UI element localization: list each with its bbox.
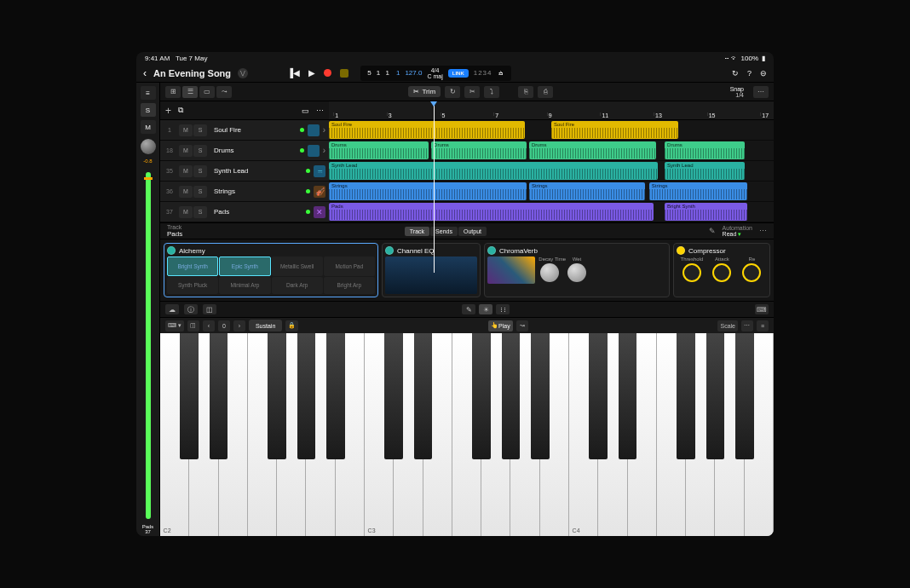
track-lane[interactable]: StringsStringsStrings	[329, 182, 774, 201]
white-key[interactable]	[715, 333, 744, 536]
automation-icon[interactable]: ⤳	[216, 86, 232, 98]
white-key[interactable]	[481, 333, 510, 536]
scale-button[interactable]: Scale	[717, 320, 738, 331]
white-key[interactable]	[394, 333, 423, 536]
power-icon[interactable]	[677, 246, 685, 255]
octave-up[interactable]: ›	[233, 320, 245, 331]
tag-icon[interactable]: ⋁	[238, 68, 248, 78]
add-track-button[interactable]: +	[165, 105, 171, 117]
track-lane[interactable]: PadsBright Synth	[329, 202, 774, 222]
sustain-button[interactable]: Sustain	[249, 320, 282, 331]
tab-sends[interactable]: Sends	[430, 227, 458, 236]
metronome-icon[interactable]: 🜁	[498, 69, 504, 77]
mute-button[interactable]: M	[179, 124, 193, 136]
view-mixer-icon[interactable]: ☰	[182, 86, 198, 98]
solo-button[interactable]: S	[193, 124, 207, 136]
white-key[interactable]	[686, 333, 715, 536]
filter-icon[interactable]: ▭	[302, 107, 309, 115]
edit-icon[interactable]: ✎	[462, 304, 475, 314]
track-row[interactable]: 1 MS Soul Fire ›Soul FireSoul Fire	[160, 120, 774, 141]
tab-track[interactable]: Track	[405, 227, 429, 236]
view-single-icon[interactable]: ▭	[199, 86, 215, 98]
plugin-compressor[interactable]: Compressor ThresholdAttackRe	[673, 243, 770, 297]
track-type-icon[interactable]	[308, 124, 320, 136]
white-key[interactable]	[423, 333, 452, 536]
white-key[interactable]	[306, 333, 335, 536]
settings-icon[interactable]: ≡	[141, 86, 156, 100]
white-key[interactable]	[628, 333, 657, 536]
comp-knob[interactable]	[742, 263, 761, 282]
rewind-button[interactable]: ▐◀	[287, 68, 300, 78]
power-icon[interactable]	[385, 246, 394, 255]
track-type-icon[interactable]	[308, 145, 320, 157]
power-icon[interactable]	[487, 246, 496, 255]
glissando-icon[interactable]: ↝	[516, 320, 528, 331]
preset-button[interactable]: Synth Pluck	[167, 277, 218, 295]
play-button[interactable]: ▶	[308, 68, 315, 78]
track-row[interactable]: 37 MS Pads ✕ PadsBright Synth	[160, 202, 774, 222]
edit-icon[interactable]: ✎	[709, 227, 716, 235]
white-key[interactable]	[569, 333, 598, 536]
settings-icon[interactable]: ⊖	[760, 69, 767, 78]
wet-knob[interactable]	[567, 263, 586, 282]
track-name[interactable]: Drums	[214, 147, 297, 154]
white-key[interactable]	[219, 333, 248, 536]
white-key[interactable]	[336, 333, 365, 536]
track-lane[interactable]: DrumsDrumsDrumsDrums	[329, 141, 774, 160]
bar-display[interactable]: 1	[396, 69, 400, 77]
white-key[interactable]	[452, 333, 481, 536]
solo-button[interactable]: S	[193, 206, 207, 218]
more-icon[interactable]: ⋯	[753, 86, 769, 98]
region[interactable]: Strings	[649, 182, 747, 200]
track-name[interactable]: Pads	[214, 208, 302, 216]
more-icon[interactable]: ⋯	[741, 320, 753, 331]
decay-knob[interactable]	[540, 263, 559, 282]
white-key[interactable]	[365, 333, 394, 536]
lcd-display[interactable]: 5 1 1 1 127.0 4/4C maj LINK 1234 🜁	[360, 66, 510, 81]
white-key[interactable]	[657, 333, 686, 536]
track-name[interactable]: Strings	[214, 187, 302, 195]
comp-knob[interactable]	[712, 263, 731, 282]
lock-icon[interactable]: 🔒	[285, 320, 298, 331]
preset-button[interactable]: Bright Arp	[324, 277, 375, 295]
track-lane[interactable]: Soul FireSoul Fire	[329, 120, 774, 140]
region[interactable]: Strings	[529, 182, 645, 200]
undo-icon[interactable]: ↻	[732, 69, 739, 78]
copy-icon[interactable]: ⎘	[518, 86, 533, 98]
mute-button[interactable]: M	[179, 186, 193, 198]
plugin-reverb[interactable]: ChromaVerb Decay Time Wet	[484, 243, 670, 297]
volume-fader[interactable]	[146, 172, 151, 519]
region[interactable]: Strings	[329, 182, 527, 200]
mute-button[interactable]: M	[141, 120, 156, 134]
region[interactable]: Synth Lead	[665, 162, 745, 180]
preset-button[interactable]: Epic Synth	[219, 257, 270, 276]
white-key[interactable]	[745, 333, 774, 536]
white-key[interactable]	[160, 333, 189, 536]
project-title[interactable]: An Evening Song	[153, 68, 231, 78]
solo-button[interactable]: S	[141, 103, 156, 117]
white-key[interactable]	[598, 333, 627, 536]
preset-button[interactable]: Bright Synth	[167, 257, 218, 276]
more-icon[interactable]: ⋯	[316, 107, 324, 115]
power-icon[interactable]	[167, 246, 176, 255]
cycle-button[interactable]	[340, 69, 348, 78]
mute-button[interactable]: M	[179, 165, 193, 177]
snap-display[interactable]: Snap 1/4	[730, 86, 744, 98]
track-row[interactable]: 35 MS Synth Lead ⎓ Synth LeadSynth Lead	[160, 161, 774, 182]
region[interactable]: Pads	[329, 203, 654, 221]
automation-mode[interactable]: Read ▾	[723, 231, 752, 238]
tab-output[interactable]: Output	[458, 227, 487, 236]
preset-button[interactable]: Dark Arp	[272, 277, 323, 295]
playhead[interactable]	[434, 101, 435, 273]
region[interactable]: Bright Synth	[665, 203, 747, 221]
play-mode[interactable]: 👆 Play	[488, 320, 513, 331]
preset-button[interactable]: Metallic Swell	[272, 257, 323, 276]
track-name[interactable]: Soul Fire	[214, 126, 297, 134]
help-icon[interactable]: ?	[747, 69, 752, 78]
mute-button[interactable]: M	[179, 206, 193, 218]
record-button[interactable]	[324, 69, 331, 77]
region[interactable]: Soul Fire	[551, 121, 678, 139]
white-key[interactable]	[189, 333, 218, 536]
info-icon[interactable]: ⓘ	[184, 304, 198, 314]
solo-button[interactable]: S	[193, 145, 207, 157]
